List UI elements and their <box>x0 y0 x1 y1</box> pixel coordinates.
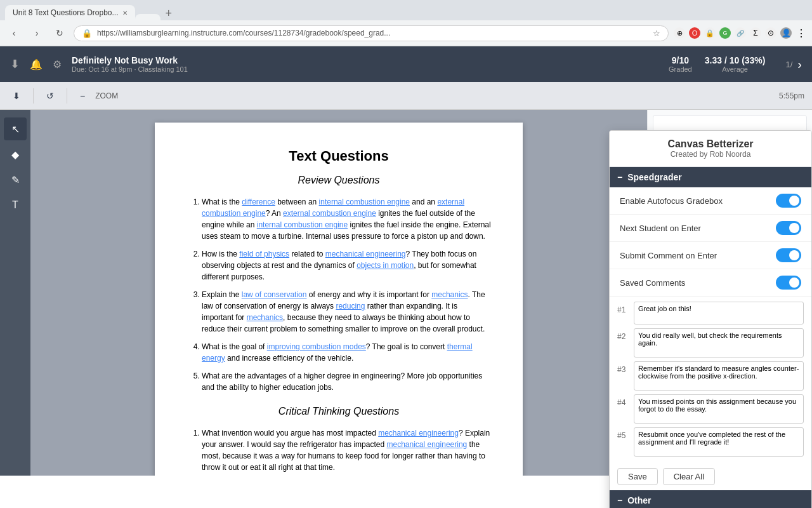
list-item: What is the goal of improving combustion… <box>202 341 491 364</box>
anchor-tool-btn[interactable]: ◆ <box>4 143 27 166</box>
toolbar-separator-1 <box>33 88 34 104</box>
comment-textarea-5[interactable]: Resubmit once you've completed the rest … <box>634 427 804 457</box>
overlay-panel: Canvas Betterizer Created by Rob Noorda … <box>609 130 812 508</box>
panel-subtitle: Created by Rob Noorda <box>620 150 801 159</box>
next-student-toggle[interactable] <box>776 221 801 235</box>
download-btn[interactable]: ⬇ <box>8 88 25 104</box>
other-section-header[interactable]: − Other <box>610 490 811 508</box>
doc-area: Text Questions Review Questions What is … <box>30 110 647 476</box>
full-layout: Unit 8 Text Questions Dropbo... ✕ + ‹ › … <box>0 0 812 508</box>
address-bar[interactable]: 🔒 https://williamsburglearning.instructu… <box>74 25 669 41</box>
doc-review-list: What is the difference between an intern… <box>187 196 491 393</box>
sg-download-icon[interactable]: ⬇ <box>10 57 20 71</box>
address-text: https://williamsburglearning.instructure… <box>97 29 648 37</box>
speedgrader-toggle-icon: − <box>617 172 622 182</box>
comment-num-4: #4 <box>617 394 630 407</box>
comment-num-3: #3 <box>617 361 630 374</box>
back-btn[interactable]: ‹ <box>5 24 23 42</box>
tab-close-btn[interactable]: ✕ <box>122 10 128 17</box>
save-btn[interactable]: Save <box>617 468 658 485</box>
autofocus-toggle[interactable] <box>776 194 801 208</box>
sg-next-btn[interactable]: › <box>797 57 802 72</box>
sg-grade-average: 3.33 / 10 (33%) Average <box>705 55 766 73</box>
inactive-tab[interactable] <box>135 14 160 20</box>
tab-label: Unit 8 Text Questions Dropbo... <box>13 8 119 17</box>
user-avatar[interactable]: 👤 <box>780 27 792 39</box>
refresh-btn[interactable]: ↻ <box>51 24 69 42</box>
list-item: How is the field of physics related to m… <box>202 248 491 283</box>
submit-comment-label: Submit Comment on Enter <box>620 251 717 260</box>
pen-tool-btn[interactable]: ✎ <box>4 168 27 191</box>
comment-row-4: #4 You missed points on this assignment … <box>617 394 804 424</box>
other-section-title: Other <box>627 495 651 505</box>
zoom-minus-btn[interactable]: − <box>75 88 90 104</box>
browser-chrome: Unit 8 Text Questions Dropbo... ✕ + ‹ › … <box>0 0 812 46</box>
setting-autofocus: Enable Autofocus Gradebox <box>610 187 811 215</box>
setting-saved-comments: Saved Comments <box>610 269 811 297</box>
list-item: Explain the law of conservation of energ… <box>202 289 491 335</box>
comment-textarea-1[interactable]: Great job on this! <box>634 302 804 324</box>
panel-title: Canvas Betterizer <box>620 138 801 150</box>
doc-section-1: Review Questions <box>187 175 491 186</box>
setting-next-student: Next Student on Enter <box>610 215 811 242</box>
extension-icon-1[interactable]: ⊕ <box>674 27 685 39</box>
sg-due: Due: Oct 16 at 9pm · Classtaking 101 <box>72 65 188 73</box>
extension-icon-6[interactable]: ⊙ <box>765 27 776 39</box>
new-tab-btn[interactable]: + <box>160 7 178 20</box>
submit-comment-toggle[interactable] <box>776 248 801 262</box>
extension-icon-2[interactable]: O <box>689 27 700 39</box>
panel-header: Canvas Betterizer Created by Rob Noorda <box>610 131 811 167</box>
comment-row-3: #3 Remember it's standard to measure ang… <box>617 361 804 391</box>
speedgrader-section-header[interactable]: − Speedgrader <box>610 167 811 187</box>
sg-bar: ⬇ 🔔 ⚙ Definitely Not Busy Work Due: Oct … <box>0 46 812 82</box>
extension-icon-5[interactable]: 🔗 <box>735 27 746 39</box>
next-student-label: Next Student on Enter <box>620 224 701 233</box>
comment-textarea-3[interactable]: Remember it's standard to measure angles… <box>634 361 804 391</box>
cursor-tool-btn[interactable]: ↖ <box>4 117 27 140</box>
sg-settings-icon[interactable]: ⚙ <box>53 58 62 70</box>
extension-icon-sigma[interactable]: Σ <box>750 27 761 39</box>
comment-row-1: #1 Great job on this! <box>617 302 804 324</box>
comment-num-1: #1 <box>617 302 630 314</box>
browser-icons: ⊕ O 🔒 G 🔗 Σ ⊙ 👤 ⋮ <box>674 27 807 39</box>
sg-title: Definitely Not Busy Work <box>72 55 188 65</box>
extension-icon-3[interactable]: 🔒 <box>704 27 716 39</box>
active-tab[interactable]: Unit 8 Text Questions Dropbo... ✕ <box>5 5 135 20</box>
sg-grade-info: 9/10 Graded 3.33 / 10 (33%) Average <box>669 55 765 73</box>
forward-btn[interactable]: › <box>28 24 46 42</box>
viewer-toolbar: ⬇ ↺ − ZOOM 5:55pm <box>0 82 812 110</box>
toolbar-right: 5:55pm <box>779 91 804 100</box>
comment-row-2: #2 You did really well, but check the re… <box>617 328 804 358</box>
list-item: What are the advantages of a higher degr… <box>202 370 491 393</box>
doc-critical-list: What invention would you argue has most … <box>187 427 491 476</box>
list-item: What invention would you argue has most … <box>202 427 491 473</box>
clear-all-btn[interactable]: Clear All <box>663 468 715 485</box>
comment-textarea-2[interactable]: You did really well, but check the requi… <box>634 328 804 358</box>
doc-section-2: Critical Thinking Questions <box>187 406 491 417</box>
comment-num-2: #2 <box>617 328 630 341</box>
extension-icon-4[interactable]: G <box>719 27 731 39</box>
zoom-label: ZOOM <box>95 91 118 100</box>
autofocus-label: Enable Autofocus Gradebox <box>620 196 723 206</box>
text-tool-btn[interactable]: T <box>4 194 27 217</box>
setting-submit-comment: Submit Comment on Enter <box>610 242 811 269</box>
time-label: 5:55pm <box>779 91 804 100</box>
saved-comments-label: Saved Comments <box>620 278 685 288</box>
comment-num-5: #5 <box>617 427 630 440</box>
sg-bell-icon[interactable]: 🔔 <box>30 58 43 70</box>
reload-btn[interactable]: ↺ <box>41 88 59 104</box>
saved-comments-toggle[interactable] <box>776 276 801 290</box>
content-area: ↖ ◆ ✎ T Text Questions Review Questions … <box>0 110 812 476</box>
sg-assignment-info: Definitely Not Busy Work Due: Oct 16 at … <box>72 55 188 73</box>
sg-nav: 1/ › <box>785 57 802 72</box>
toolbar-separator-2 <box>67 88 67 104</box>
saved-comments-list: #1 Great job on this! #2 You did really … <box>610 297 811 465</box>
speedgrader-section-title: Speedgrader <box>627 172 682 182</box>
list-item: What is the difference between an intern… <box>202 196 491 242</box>
comment-row-5: #5 Resubmit once you've completed the re… <box>617 427 804 457</box>
comment-textarea-4[interactable]: You missed points on this assignment bec… <box>634 394 804 424</box>
menu-btn[interactable]: ⋮ <box>796 27 807 39</box>
doc-page: Text Questions Review Questions What is … <box>155 123 523 476</box>
sg-nav-current: 1/ <box>785 60 792 69</box>
browser-tabs: Unit 8 Text Questions Dropbo... ✕ + <box>0 0 812 20</box>
